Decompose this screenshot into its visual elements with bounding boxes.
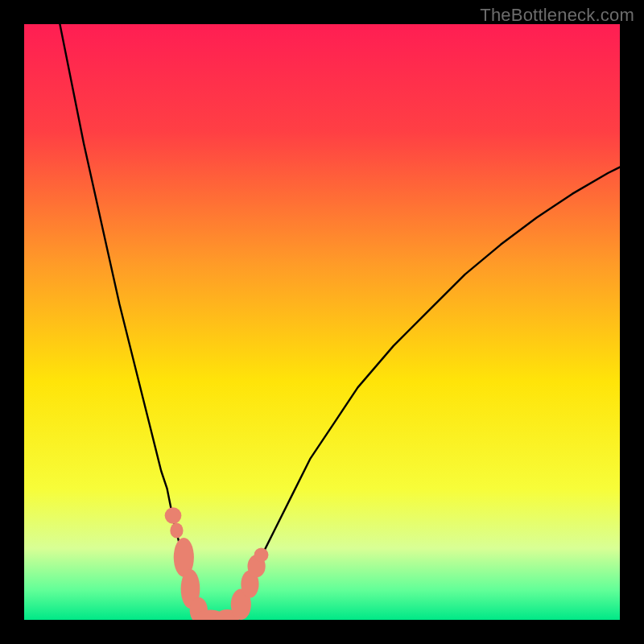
- highlight-marker: [165, 507, 182, 524]
- plot-area: [24, 24, 620, 620]
- highlight-marker: [170, 522, 183, 538]
- background-gradient: [24, 24, 620, 620]
- chart-svg: [24, 24, 620, 620]
- watermark-label: TheBottleneck.com: [480, 5, 634, 26]
- outer-frame: TheBottleneck.com: [0, 0, 644, 644]
- highlight-marker: [254, 547, 269, 562]
